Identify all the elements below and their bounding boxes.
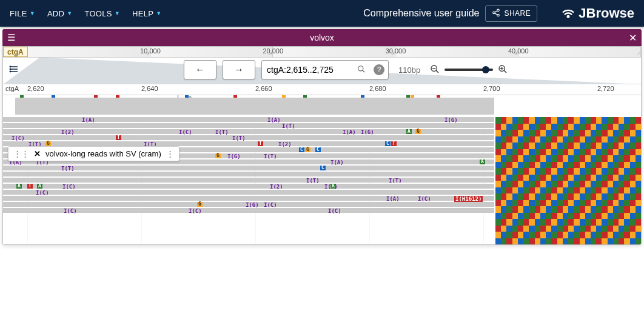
insertion-label: I(2) <box>270 184 283 190</box>
snp-base: A <box>406 129 412 134</box>
share-icon <box>492 8 500 19</box>
read[interactable] <box>3 141 494 146</box>
top-menubar: FILE▼ ADD▼ TOOLS▼ HELP▼ Comprehensive us… <box>0 0 644 27</box>
bp-span-label: 110bp <box>398 65 420 75</box>
insertion-label: I(C) <box>418 196 431 202</box>
zoom-controls <box>430 64 508 76</box>
main-menu: FILE▼ ADD▼ TOOLS▼ HELP▼ <box>10 9 363 18</box>
insertion-label: I(G) <box>361 129 374 135</box>
snp-base: G <box>197 202 203 207</box>
ruler-tick: 2,640 <box>141 85 158 92</box>
nav-toolbar-row: ← → ? 110bp <box>3 58 641 84</box>
read[interactable] <box>3 178 494 183</box>
ruler-tick: 2,680 <box>369 85 386 92</box>
zoom-out-icon[interactable] <box>430 64 440 76</box>
ruler-tick: 2,620 <box>27 85 44 92</box>
insertion-label: I(2) <box>61 129 75 135</box>
menu-tools[interactable]: TOOLS▼ <box>84 9 120 18</box>
view-header: ☰ volvox ✕ <box>2 29 642 46</box>
svg-line-4 <box>495 13 497 14</box>
menu-file[interactable]: FILE▼ <box>10 9 35 18</box>
coverage-track[interactable]: ┌ 20 └ 0 <box>3 95 641 117</box>
insertion-label: I(G) <box>227 153 241 160</box>
svg-point-11 <box>10 69 11 70</box>
svg-point-5 <box>568 16 569 18</box>
snp-base: C <box>385 141 391 146</box>
svg-line-16 <box>436 70 438 73</box>
read[interactable] <box>3 166 494 170</box>
snp-base: T <box>116 135 121 140</box>
close-track-icon[interactable]: ✕ <box>34 149 41 158</box>
snp-base: A <box>37 184 42 189</box>
menu-add[interactable]: ADD▼ <box>47 9 73 18</box>
insertion-label: I(T) <box>389 178 402 184</box>
guide-link-group: Comprehensive user guide SHARE <box>363 5 537 22</box>
snp-base: T <box>258 141 263 146</box>
share-button[interactable]: SHARE <box>485 5 537 22</box>
svg-point-0 <box>497 9 500 11</box>
location-box: ? <box>261 60 389 79</box>
read[interactable] <box>3 190 494 195</box>
zoom-slider[interactable] <box>444 69 493 71</box>
snp-base: G <box>215 153 221 158</box>
location-input[interactable] <box>262 65 353 75</box>
track-selector-icon[interactable] <box>8 64 20 76</box>
insertion-label: I(T) <box>232 135 246 141</box>
view-menu-icon[interactable]: ☰ <box>7 32 15 43</box>
track-name: volvox-long reads with SV (cram) <box>45 149 161 158</box>
view-close-icon[interactable]: ✕ <box>629 32 637 44</box>
insertion-label: I(C) <box>62 184 76 190</box>
insertion-label: I(T) <box>61 166 75 172</box>
track-label-chip: ⋮⋮ ✕ volvox-long reads with SV (cram) ⋮ <box>8 146 179 161</box>
svg-point-13 <box>358 65 363 70</box>
track-menu-icon[interactable]: ⋮ <box>166 149 174 158</box>
brand-icon <box>562 5 575 22</box>
insertion-label: I(T) <box>282 123 295 129</box>
genome-view: ctgA 10,00020,00030,00040,000 ← → ? 110b… <box>2 46 642 245</box>
zoom-in-icon[interactable] <box>498 64 508 76</box>
read[interactable] <box>3 123 494 128</box>
nav-forward-button[interactable]: → <box>223 60 255 79</box>
insertion-label: I(T) <box>264 153 277 160</box>
menu-help[interactable]: HELP▼ <box>132 9 161 18</box>
insertion-label: I(A) <box>267 117 281 123</box>
snp-base: C <box>315 147 321 152</box>
read[interactable] <box>3 172 494 176</box>
svg-point-10 <box>10 66 11 67</box>
insertion-label: I(G) <box>444 117 458 123</box>
insertion-label: I(C) <box>12 135 25 141</box>
insertion-label: I(A) <box>343 129 356 135</box>
read[interactable] <box>3 184 494 189</box>
svg-point-1 <box>493 12 495 14</box>
snp-base: T <box>391 141 397 146</box>
overview-ruler[interactable]: ctgA 10,00020,00030,00040,000 <box>3 47 641 58</box>
insertion-label: I(T) <box>215 129 229 135</box>
help-icon[interactable]: ? <box>374 64 384 75</box>
snp-base: A <box>480 160 485 164</box>
snp-base: C <box>320 166 326 170</box>
svg-line-3 <box>495 10 497 12</box>
insertion-label: I(C) <box>179 129 192 135</box>
guide-link[interactable]: Comprehensive user guide <box>363 8 479 19</box>
brand-logo: JBrowse <box>537 5 634 22</box>
snp-base: G <box>45 141 51 146</box>
insertion-label: I(C) <box>328 208 341 214</box>
alignments-track[interactable]: I(A)I(A)I(G)I(T)I(2)I(C)I(T)I(A)I(G)AGI(… <box>3 117 641 244</box>
ruler-tick: 2,660 <box>255 85 272 92</box>
insertion-label: I(A) <box>82 117 95 123</box>
insertion-label: I(2) <box>278 141 292 147</box>
drag-handle-icon[interactable]: ⋮⋮ <box>13 149 29 158</box>
sequence-ruler[interactable]: ctgA 2,6202,6402,6602,6802,7002,720 <box>3 84 641 95</box>
svg-point-2 <box>497 14 500 16</box>
snp-base: C <box>299 147 304 152</box>
svg-line-14 <box>363 70 365 72</box>
insertion-label: I(T) <box>306 178 320 184</box>
read[interactable] <box>3 117 494 122</box>
read[interactable] <box>3 135 494 140</box>
nav-back-button[interactable]: ← <box>184 60 216 79</box>
insertion-label: I(C) <box>264 202 277 208</box>
chrom-label: ctgA <box>3 47 28 57</box>
search-icon[interactable] <box>353 65 370 75</box>
snp-base: G <box>415 129 421 134</box>
insertion-label: I(C) <box>64 208 77 214</box>
